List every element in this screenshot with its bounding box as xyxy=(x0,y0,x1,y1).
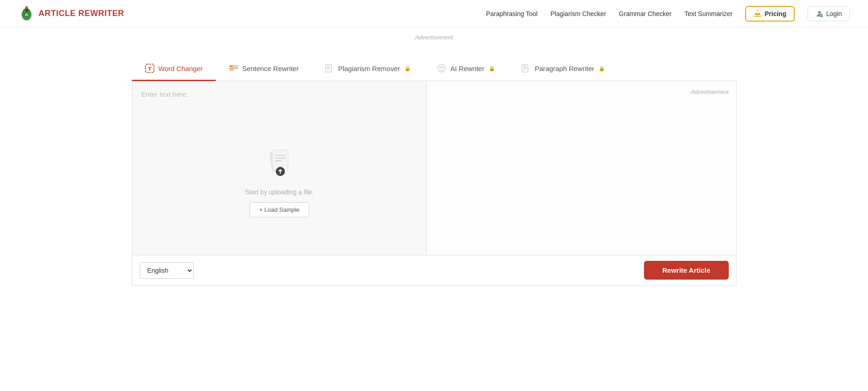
nav-paraphrasing-tool[interactable]: Paraphrasing Tool xyxy=(486,10,538,17)
main-content: T Word Changer Sentence Rewriter xyxy=(114,47,755,304)
svg-rect-9 xyxy=(229,66,233,67)
svg-point-21 xyxy=(442,66,444,68)
nav-text-summarizer[interactable]: Text Summarizer xyxy=(684,10,732,17)
load-sample-button[interactable]: + Load Sample xyxy=(250,202,309,217)
nav-plagiarism-checker[interactable]: Plagiarism Checker xyxy=(551,10,606,17)
input-placeholder-text: Enter text here. xyxy=(132,81,427,107)
ai-rewriter-icon xyxy=(437,63,447,73)
tab-plagiarism-remover[interactable]: Plagiarism Remover 🔒 xyxy=(311,57,424,81)
upload-area: Start by uploading a file. + Load Sample xyxy=(132,107,427,255)
tab-ai-rewriter[interactable]: AI Rewriter 🔒 xyxy=(424,57,508,81)
nav: Paraphrasing Tool Plagiarism Checker Gra… xyxy=(486,6,850,22)
svg-point-3 xyxy=(25,6,27,8)
paragraph-rewriter-lock-icon: 🔒 xyxy=(599,66,605,72)
tab-word-changer[interactable]: T Word Changer xyxy=(132,57,216,81)
logo[interactable]: A ARTICLE REWRITER xyxy=(18,6,124,22)
plagiarism-remover-lock-icon: 🔒 xyxy=(404,66,411,72)
svg-point-5 xyxy=(818,11,821,14)
top-ad-banner: Advertisement xyxy=(0,28,868,47)
rewrite-article-button[interactable]: Rewrite Article xyxy=(644,261,728,280)
svg-rect-11 xyxy=(229,70,234,71)
svg-text:A: A xyxy=(25,12,28,17)
upload-text: Start by uploading a file. xyxy=(245,188,314,196)
upload-documents-icon xyxy=(261,145,298,182)
paragraph-rewriter-icon xyxy=(521,63,531,73)
nav-grammar-checker[interactable]: Grammar Checker xyxy=(619,10,671,17)
ai-rewriter-lock-icon: 🔒 xyxy=(489,66,495,72)
login-button[interactable]: Login xyxy=(808,6,850,21)
header: A ARTICLE REWRITER Paraphrasing Tool Pla… xyxy=(0,0,868,28)
output-panel: Advertisement xyxy=(427,81,736,255)
output-ad-label: Advertisement xyxy=(434,88,729,95)
tabs-container: T Word Changer Sentence Rewriter xyxy=(132,56,737,81)
tool-content-area: Enter text here. St xyxy=(132,81,737,255)
plagiarism-remover-icon xyxy=(324,63,334,73)
tab-sentence-rewriter[interactable]: Sentence Rewriter xyxy=(216,57,311,81)
pricing-button[interactable]: Pricing xyxy=(745,6,794,22)
svg-point-20 xyxy=(440,66,442,68)
user-icon xyxy=(815,10,824,18)
pricing-icon xyxy=(753,10,762,18)
input-panel: Enter text here. St xyxy=(132,81,427,255)
svg-text:T: T xyxy=(148,66,152,72)
word-changer-icon: T xyxy=(145,63,155,73)
logo-text: ARTICLE REWRITER xyxy=(38,9,124,18)
language-select[interactable]: English Spanish French German Italian Po… xyxy=(140,262,194,279)
sentence-rewriter-icon xyxy=(229,63,239,73)
tab-paragraph-rewriter[interactable]: Paragraph Rewriter 🔒 xyxy=(508,57,618,81)
svg-rect-25 xyxy=(522,65,528,72)
bottom-controls: English Spanish French German Italian Po… xyxy=(132,255,737,286)
svg-rect-15 xyxy=(326,65,332,72)
logo-icon: A xyxy=(18,6,35,22)
